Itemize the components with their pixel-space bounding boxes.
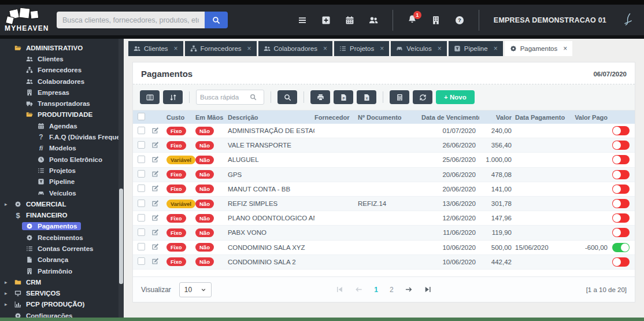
scrollbar-thumb[interactable] (119, 189, 123, 284)
global-search-input[interactable] (57, 12, 205, 28)
sidebar-item-patrimonio[interactable]: Patrimônio (0, 265, 119, 276)
paid-toggle[interactable] (612, 170, 630, 179)
sidebar-item-pcp-producao[interactable]: ▸PCP (PRODUÇÃO) (0, 299, 119, 310)
expand-arrow-icon[interactable]: ▸ (5, 279, 8, 285)
print-button[interactable] (310, 90, 330, 104)
sidebar-item-transportadoras[interactable]: Transportadoras (0, 98, 119, 109)
paid-toggle[interactable] (612, 199, 630, 208)
sidebar-item-empresas[interactable]: Empresas (0, 87, 119, 98)
row-checkbox[interactable] (138, 127, 145, 134)
new-button[interactable]: + Novo (436, 90, 475, 104)
notifications-button[interactable]: 1 (408, 14, 417, 26)
row-checkbox[interactable] (138, 200, 145, 207)
col-data-pagamento[interactable]: Data Pagamento (515, 114, 571, 121)
close-icon[interactable]: × (247, 45, 251, 53)
export-excel-button[interactable]: X (357, 90, 376, 104)
edit-icon[interactable] (151, 170, 159, 178)
advanced-search-button[interactable] (277, 90, 297, 104)
sidebar-item-cobranca[interactable]: Cobrança (0, 254, 119, 265)
edit-icon[interactable] (151, 185, 159, 192)
sidebar-item-modelos[interactable]: fiModelos (0, 143, 119, 154)
quick-search-input[interactable] (200, 94, 250, 101)
users-icon[interactable] (369, 16, 378, 25)
col-data-de-vencimento[interactable]: Data de Vencimento (421, 114, 479, 121)
edit-icon[interactable] (151, 141, 159, 149)
sidebar-item-veiculos[interactable]: Veículos (0, 187, 119, 198)
tab-pipeline[interactable]: Pipeline× (449, 41, 503, 56)
sidebar-item-pagamentos[interactable]: Pagamentos (0, 221, 119, 232)
select-all-checkbox[interactable] (138, 113, 145, 120)
paid-toggle[interactable] (612, 243, 630, 252)
paid-toggle[interactable] (612, 155, 630, 164)
sidebar-item-comercial[interactable]: ▸COMERCIAL (0, 198, 119, 209)
menu-icon[interactable] (298, 16, 307, 25)
expand-arrow-icon[interactable]: ▸ (5, 201, 8, 207)
edit-icon[interactable] (151, 243, 159, 250)
edit-icon[interactable] (151, 228, 159, 236)
sidebar-item-pipeline[interactable]: Pipeline (0, 176, 119, 187)
paid-toggle[interactable] (612, 141, 630, 150)
expand-arrow-icon[interactable]: ▸ (5, 301, 8, 307)
row-checkbox[interactable] (138, 141, 145, 149)
sidebar-item-recebimentos[interactable]: Recebimentos (0, 232, 119, 243)
row-checkbox[interactable] (138, 156, 145, 163)
sidebar-item-contas-correntes[interactable]: Contas Correntes (0, 243, 119, 254)
tab-veiculos[interactable]: Veículos× (391, 41, 447, 56)
paid-toggle[interactable] (612, 228, 630, 237)
sidebar-item-agendas[interactable]: Agendas (0, 120, 119, 131)
row-checkbox[interactable] (138, 170, 145, 178)
paid-toggle[interactable] (612, 213, 630, 223)
building-icon[interactable] (431, 16, 441, 25)
row-checkbox[interactable] (138, 257, 145, 265)
pagination-first-button[interactable] (336, 286, 343, 293)
sidebar-item-fornecedores[interactable]: Fornecedores (0, 65, 119, 76)
close-icon[interactable]: × (174, 45, 178, 53)
sidebar-item-configuracoes[interactable]: Configurações (0, 310, 119, 318)
sidebar-item-produtividade[interactable]: PRODUTIVIDADE (0, 109, 119, 120)
expand-arrow-icon[interactable]: ▸ (5, 290, 8, 296)
sidebar-item-financeiro[interactable]: $FINANCEIRO (0, 209, 119, 220)
sidebar-item-colaboradores[interactable]: Colaboradores (0, 76, 119, 87)
add-icon[interactable] (321, 16, 331, 25)
global-search-button[interactable] (205, 12, 228, 28)
tab-clientes[interactable]: Clientes× (128, 41, 183, 56)
close-icon[interactable]: × (494, 45, 498, 53)
edit-icon[interactable] (151, 257, 159, 265)
close-icon[interactable]: × (380, 45, 384, 53)
sort-button[interactable] (163, 90, 183, 104)
sidebar-item-clientes[interactable]: Clientes (0, 53, 119, 64)
col-n-documento[interactable]: Nº Documento (358, 114, 421, 121)
sidebar-item-administrativo[interactable]: ADMINISTRATIVO (0, 42, 119, 53)
columns-button[interactable] (140, 90, 160, 104)
sidebar-item-crm[interactable]: ▸CRM (0, 276, 119, 287)
paid-toggle[interactable] (612, 185, 630, 194)
tab-colaboradores[interactable]: Colaboradores× (258, 41, 332, 56)
row-checkbox[interactable] (138, 243, 145, 250)
col-valor-pago[interactable]: Valor Pago (571, 114, 611, 121)
tab-pagamentos[interactable]: Pagamentos× (505, 41, 573, 56)
sidebar-scrollbar[interactable] (119, 35, 124, 318)
paid-toggle[interactable] (612, 126, 630, 135)
sidebar-item-projetos[interactable]: Projetos (0, 165, 119, 176)
myheaven-logo[interactable]: MYHEAVEN (0, 8, 57, 33)
calculator-button[interactable] (390, 90, 409, 104)
sidebar-item-ponto-eletronico[interactable]: Ponto Eletrônico (0, 154, 119, 165)
edit-icon[interactable] (151, 200, 159, 207)
page-size-select[interactable]: 10 (179, 282, 212, 297)
col-fornecedor[interactable]: Fornecedor (314, 114, 358, 121)
tab-fornecedores[interactable]: Fornecedores× (185, 41, 257, 56)
help-icon[interactable]: ? (455, 16, 464, 25)
edit-icon[interactable] (151, 156, 159, 163)
edit-icon[interactable] (151, 214, 159, 222)
close-icon[interactable]: × (323, 45, 327, 53)
col-em-maos[interactable]: Em Mãos (195, 114, 228, 121)
edit-icon[interactable] (151, 127, 159, 134)
pagination-prev-button[interactable] (355, 286, 362, 293)
close-icon[interactable]: × (438, 45, 442, 53)
paid-toggle[interactable] (612, 257, 630, 267)
row-checkbox[interactable] (138, 228, 145, 236)
row-checkbox[interactable] (138, 214, 145, 222)
pagination-page-1[interactable]: 1 (374, 286, 378, 294)
sidebar-item-servicos[interactable]: ▸SERVIÇOS (0, 288, 119, 299)
pagination-next-button[interactable] (405, 286, 413, 293)
